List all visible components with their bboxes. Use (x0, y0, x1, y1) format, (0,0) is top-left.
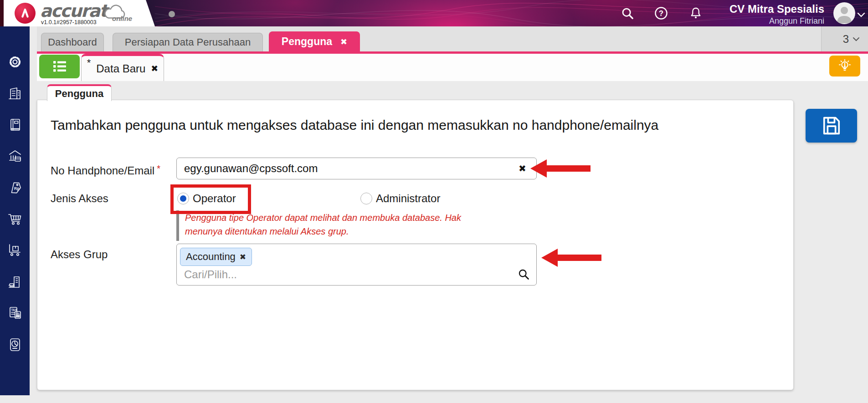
doc-tab-label: Data Baru (96, 62, 145, 75)
clear-input-icon[interactable]: ✖ (519, 163, 526, 174)
svg-text:TAX: TAX (11, 308, 17, 311)
svg-text:Rp: Rp (14, 186, 19, 191)
chevron-down-icon[interactable] (857, 11, 865, 19)
search-icon[interactable] (620, 6, 635, 21)
close-icon[interactable]: ✖ (340, 37, 347, 47)
content-panel: Tambahkan pengguna untuk mengakses datab… (37, 100, 794, 390)
tab-label: Pengguna (282, 36, 332, 48)
tag-label: Accounting (186, 251, 236, 263)
search-icon[interactable] (517, 268, 530, 281)
fixed-asset-icon[interactable] (7, 274, 23, 290)
tab-count-value: 3 (843, 33, 849, 46)
document-toolbar: * Data Baru ✖ (37, 54, 868, 81)
annotation-arrow-group (541, 248, 601, 267)
sales-price-tag-rp-icon[interactable]: Rp (7, 180, 23, 195)
settings-gear-icon[interactable] (7, 54, 23, 70)
user-menu[interactable]: CV Mitra Spesialis Anggun Fitriani (718, 0, 868, 26)
group-search-input[interactable] (180, 266, 512, 283)
remove-tag-icon[interactable]: ✖ (240, 252, 246, 262)
tab-label: Dashboard (48, 36, 97, 48)
sidebar-nav: Rp TAX (0, 26, 30, 395)
save-floppy-icon (820, 114, 843, 138)
access-group-multiselect[interactable]: Accounting ✖ (176, 244, 537, 286)
tab-count-dropdown[interactable]: 3 (821, 26, 868, 51)
tab-label: Persiapan Data Perusahaan (125, 36, 251, 48)
app-root: accurate online v1.0.1#2957-1880003 ? CV… (0, 0, 868, 403)
tab-pengguna[interactable]: Pengguna ✖ (269, 31, 360, 51)
chevron-down-icon (853, 37, 860, 41)
tax-icon[interactable]: TAX (7, 306, 23, 321)
report-chart-icon[interactable] (7, 337, 23, 352)
purchase-cart-icon[interactable] (7, 211, 23, 227)
annotation-box-operator (170, 184, 251, 214)
notifications-bell-icon[interactable] (688, 6, 703, 21)
unsaved-marker: * (87, 57, 91, 69)
company-name: CV Mitra Spesialis (729, 3, 824, 15)
annotation-arrow-phone (530, 159, 591, 178)
lightbulb-icon (837, 59, 852, 73)
user-name: Anggun Fitriani (769, 16, 824, 26)
main-tab-bar: Dashboard Persiapan Data Perusahaan Peng… (37, 26, 868, 51)
company-building-icon[interactable] (7, 86, 23, 101)
header-edge-strip (0, 0, 4, 26)
page-title: Tambahkan pengguna untuk mengakses datab… (51, 117, 658, 133)
hint-button[interactable] (829, 56, 860, 77)
help-icon[interactable]: ? (654, 6, 668, 21)
header-dot-decoration (169, 11, 175, 17)
phone-email-label: No Handphone/Email* (51, 158, 160, 179)
user-avatar[interactable] (833, 2, 855, 24)
accurate-logo-icon (15, 3, 36, 24)
save-button[interactable] (806, 109, 857, 143)
inner-tab-label: Pengguna (55, 88, 103, 100)
access-group-label: Akses Grup (51, 244, 108, 265)
access-type-label: Jenis Akses (51, 188, 108, 209)
radio-administrator[interactable] (360, 193, 372, 204)
doc-tab-data-baru[interactable]: * Data Baru ✖ (81, 54, 164, 81)
brand-online-label: online (112, 15, 132, 22)
app-header: accurate online v1.0.1#2957-1880003 ? CV… (0, 0, 868, 26)
logo-plate: accurate online v1.0.1#2957-1880003 (4, 0, 155, 26)
required-marker: * (157, 163, 160, 173)
phone-email-input[interactable] (176, 158, 537, 179)
svg-text:?: ? (659, 9, 663, 17)
list-view-button[interactable] (39, 55, 80, 78)
inner-tab-pengguna[interactable]: Pengguna (47, 84, 112, 101)
helper-quote-bar (176, 210, 179, 241)
tab-persiapan-data-perusahaan[interactable]: Persiapan Data Perusahaan (113, 33, 263, 51)
version-text: v1.0.1#2957-1880003 (41, 19, 97, 26)
access-type-helper-text: Pengguna tipe Operator dapat melihat dan… (185, 211, 499, 238)
selected-group-tag[interactable]: Accounting ✖ (180, 248, 252, 266)
list-icon (52, 60, 67, 73)
bank-cash-icon[interactable] (7, 148, 23, 164)
journal-book-icon[interactable] (7, 117, 23, 133)
tab-dashboard[interactable]: Dashboard (41, 33, 104, 51)
radio-administrator-label[interactable]: Administrator (376, 188, 440, 209)
inventory-trolley-icon[interactable] (7, 243, 23, 258)
close-icon[interactable]: ✖ (151, 63, 158, 74)
